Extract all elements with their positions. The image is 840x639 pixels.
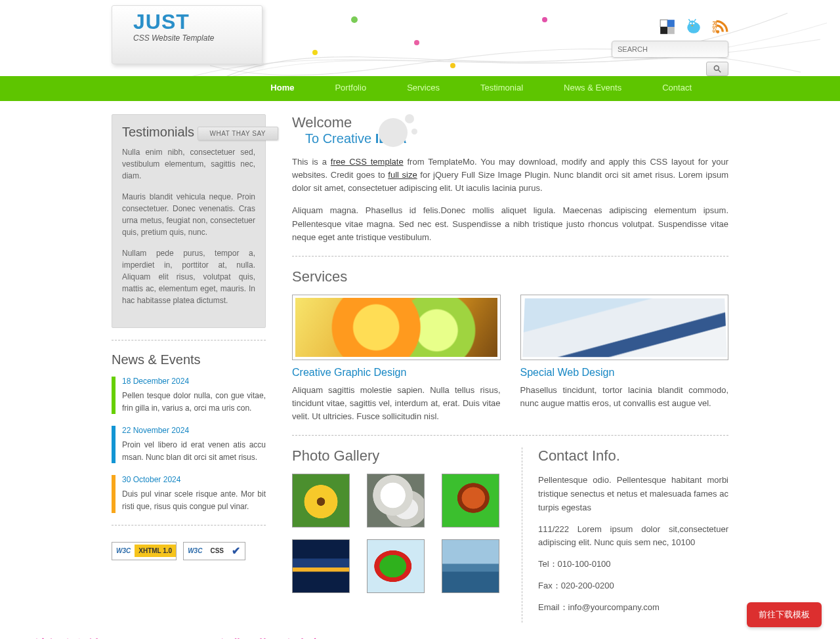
testimonials-badge: WHAT THAY SAY — [198, 127, 278, 140]
twitter-icon[interactable] — [685, 18, 702, 37]
nav-news[interactable]: News & Events — [560, 76, 625, 99]
svg-point-16 — [693, 22, 695, 24]
xhtml-validator-badge[interactable]: W3C XHTML 1.0 — [112, 542, 177, 560]
gallery-thumb[interactable] — [367, 474, 425, 527]
service-title[interactable]: Special Web Design — [520, 367, 729, 379]
service-image[interactable] — [292, 295, 501, 360]
news-text: Proin vel libero id erat venen atis accu… — [122, 439, 266, 463]
news-panel: News & Events 18 December 2024 Pellen te… — [112, 352, 266, 513]
logo-tagline: CSS Website Template — [133, 33, 254, 43]
news-date[interactable]: 18 December 2024 — [122, 377, 266, 386]
check-icon: ✔ — [228, 545, 245, 557]
service-text: Phasellus tincidunt, tortor lacinia blan… — [520, 384, 729, 410]
footer-ad-text: 访问血鸟社区bbs.xieniao.com免费下载更多内容 — [33, 636, 320, 639]
news-date[interactable]: 30 October 2024 — [122, 475, 266, 484]
nav-services[interactable]: Services — [403, 76, 444, 99]
contact-text: Pellentesque odio. Pellentesque habitant… — [538, 474, 728, 514]
site-logo[interactable]: JUST CSS Website Template — [112, 5, 262, 64]
intro-paragraph: This is a free CSS template from Templat… — [292, 155, 728, 195]
service-card: Creative Graphic Design Aliquam sagittis… — [292, 295, 501, 423]
svg-point-14 — [688, 20, 696, 28]
svg-rect-12 — [667, 27, 675, 34]
news-text: Pellen tesque dolor nulla, con gue vitae… — [122, 390, 266, 414]
rss-icon[interactable]: RSS — [711, 18, 728, 37]
search-input[interactable] — [612, 41, 728, 58]
nav-testimonial[interactable]: Testimonial — [476, 76, 527, 99]
gallery-thumb[interactable] — [292, 539, 350, 593]
news-item: 22 November 2024 Proin vel libero id era… — [112, 426, 266, 463]
services-heading: Services — [292, 268, 728, 285]
service-image[interactable] — [520, 295, 729, 360]
news-date[interactable]: 22 November 2024 — [122, 426, 266, 435]
magnifier-icon — [713, 64, 722, 73]
contact-tel: Tel：010-100-0100 — [538, 558, 728, 571]
welcome-subtitle: To Creative IDEA — [305, 131, 728, 146]
service-title[interactable]: Creative Graphic Design — [292, 367, 501, 379]
service-card: Special Web Design Phasellus tincidunt, … — [520, 295, 729, 423]
gallery-thumb[interactable] — [442, 539, 499, 593]
svg-point-19 — [714, 66, 719, 70]
logo-brand: JUST — [133, 11, 254, 32]
search-button[interactable] — [706, 62, 728, 76]
svg-point-18 — [716, 30, 719, 33]
service-text: Aliquam sagittis molestie sapien. Nulla … — [292, 384, 501, 423]
svg-rect-9 — [660, 20, 667, 27]
contact-email: Email：info@yourcompany.com — [538, 601, 728, 615]
svg-rect-11 — [660, 27, 667, 34]
contact-fax: Fax：020-200-0200 — [538, 579, 728, 593]
download-template-button[interactable]: 前往下载模板 — [747, 602, 822, 627]
nav-home[interactable]: Home — [266, 76, 298, 99]
testimonials-panel: Testimonials WHAT THAY SAY Nulla enim ni… — [112, 114, 266, 328]
svg-point-15 — [690, 22, 692, 24]
nav-portfolio[interactable]: Portfolio — [331, 76, 370, 99]
news-item: 30 October 2024 Duis pul vinar scele ris… — [112, 475, 266, 512]
free-css-link[interactable]: free CSS template — [331, 157, 404, 167]
svg-line-20 — [719, 70, 721, 73]
news-item: 18 December 2024 Pellen tesque dolor nul… — [112, 377, 266, 414]
news-text: Duis pul vinar scele risque ante. Mor bi… — [122, 488, 266, 512]
testimonial-text: Mauris blandit vehicula neque. Proin con… — [122, 191, 255, 238]
full-size-link[interactable]: full size — [388, 170, 417, 180]
contact-heading: Contact Info. — [538, 447, 728, 464]
news-heading: News & Events — [112, 352, 266, 367]
decorative-bubbles — [371, 114, 417, 154]
contact-address: 111/222 Lorem ipsum dolor sit,consectetu… — [538, 523, 728, 550]
svg-rect-10 — [667, 20, 675, 27]
gallery-heading: Photo Gallery — [292, 447, 502, 464]
testimonial-text: Nulla enim nibh, consectetuer sed, vesti… — [122, 146, 255, 182]
delicious-icon[interactable] — [659, 18, 676, 37]
main-nav: Home Portfolio Services Testimonial News… — [0, 76, 840, 101]
gallery-thumb[interactable] — [367, 539, 425, 593]
welcome-title: Welcome — [292, 114, 728, 131]
testimonial-text: Nullam pede purus, tempor a, imperdiet i… — [122, 247, 255, 306]
gallery-thumb[interactable] — [292, 474, 350, 527]
gallery-thumb[interactable] — [442, 474, 499, 527]
intro-paragraph: Aliquam magna. Phasellus id felis.Donec … — [292, 204, 728, 243]
nav-contact[interactable]: Contact — [658, 76, 696, 99]
css-validator-badge[interactable]: W3C CSS ✔ — [183, 542, 245, 560]
